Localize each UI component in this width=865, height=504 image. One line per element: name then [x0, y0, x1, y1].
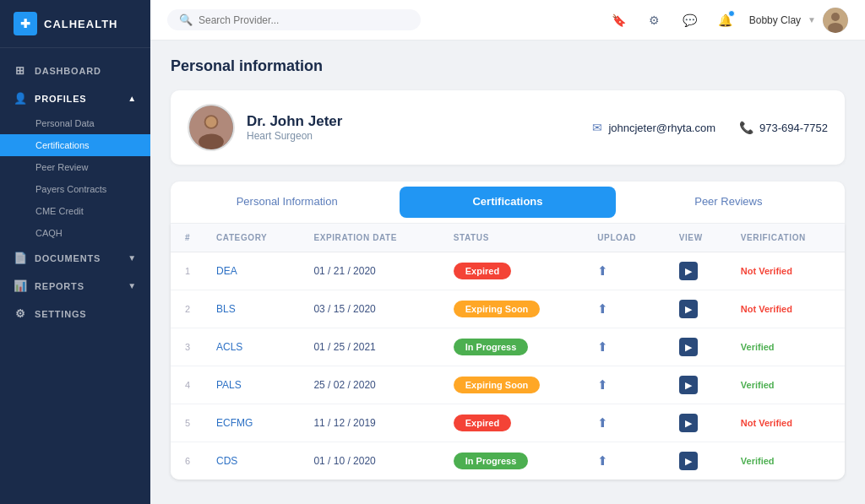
table-header: # CATEGORY EXPIRATION DATE STATUS UPLOAD… [171, 224, 845, 252]
sidebar-item-documents[interactable]: 📄 Documents ▼ [0, 244, 150, 272]
sidebar-item-personal-data[interactable]: Personal Data [0, 112, 150, 134]
table-row: 6 CDS 01 / 10 / 2020 In Progress ⬆ ▶ Ver… [171, 442, 845, 480]
cell-view[interactable]: ▶ [667, 442, 729, 480]
upload-icon[interactable]: ⬆ [597, 415, 608, 431]
upload-icon[interactable]: ⬆ [597, 377, 608, 393]
upload-icon[interactable]: ⬆ [597, 301, 608, 317]
cell-upload[interactable]: ⬆ [585, 290, 666, 328]
app-logo: ✚ CALHEALTH [0, 0, 150, 48]
cell-verification: Verified [729, 366, 845, 404]
cell-category: ECFMG [204, 404, 302, 442]
col-expiration: EXPIRATION DATE [302, 224, 441, 252]
upload-icon[interactable]: ⬆ [597, 453, 608, 469]
chat-icon[interactable]: 💬 [678, 8, 702, 32]
app-name: CALHEALTH [44, 18, 117, 30]
view-button[interactable]: ▶ [679, 338, 698, 356]
gear-icon[interactable]: ⚙ [643, 8, 666, 32]
search-icon: 🔍 [179, 14, 193, 26]
profile-card: Dr. John Jeter Heart Surgeon ✉ johncjete… [171, 90, 845, 165]
sidebar-item-reports-label: Reports [35, 281, 84, 291]
cell-verification: Not Verified [729, 252, 845, 290]
upload-icon[interactable]: ⬆ [597, 339, 608, 355]
sidebar-item-settings-label: Settings [35, 309, 86, 319]
profile-title: Heart Surgeon [247, 130, 342, 142]
col-num: # [171, 224, 204, 252]
documents-icon: 📄 [14, 252, 27, 264]
bookmark-icon[interactable]: 🔖 [607, 8, 631, 32]
sidebar-item-reports[interactable]: 📊 Reports ▼ [0, 272, 150, 300]
cell-upload[interactable]: ⬆ [585, 252, 666, 290]
view-button[interactable]: ▶ [679, 452, 698, 470]
sidebar-item-peer-review[interactable]: Peer Review [0, 156, 150, 178]
content-area: Personal information Dr. John Jeter Hear… [150, 41, 865, 504]
verification-status: Verified [741, 456, 775, 466]
table-row: 5 ECFMG 11 / 12 / 2019 Expired ⬆ ▶ Not V… [171, 404, 845, 442]
sidebar-item-payers-contracts[interactable]: Payers Contracts [0, 178, 150, 200]
sidebar-item-dashboard-label: Dashboard [35, 66, 101, 76]
cell-upload[interactable]: ⬆ [585, 404, 666, 442]
user-name: Bobby Clay [749, 14, 801, 26]
sidebar-item-dashboard[interactable]: ⊞ Dashboard [0, 57, 150, 84]
cell-view[interactable]: ▶ [667, 290, 729, 328]
svg-point-2 [828, 23, 843, 33]
profile-contact: ✉ johncjeter@rhyta.com 📞 973-694-7752 [592, 121, 828, 134]
cell-status: Expired [442, 404, 586, 442]
cell-verification: Not Verified [729, 404, 845, 442]
profile-phone: 📞 973-694-7752 [739, 121, 828, 134]
verification-status: Not Verified [741, 304, 792, 314]
sidebar-item-caqh[interactable]: CAQH [0, 222, 150, 244]
cell-status: Expiring Soon [442, 366, 586, 404]
cell-upload[interactable]: ⬆ [585, 328, 666, 366]
main-area: 🔍 🔖 ⚙ 💬 🔔 Bobby Clay ▼ [150, 0, 865, 504]
certifications-table: # CATEGORY EXPIRATION DATE STATUS UPLOAD… [171, 224, 845, 480]
sidebar-item-settings[interactable]: ⚙ Settings [0, 300, 150, 328]
phone-icon: 📞 [739, 121, 753, 134]
cell-category: PALS [204, 366, 302, 404]
tab-certifications[interactable]: Certifications [400, 187, 615, 218]
cell-category: CDS [204, 442, 302, 480]
tab-peer-reviews[interactable]: Peer Reviews [621, 183, 836, 221]
cell-upload[interactable]: ⬆ [585, 366, 666, 404]
sidebar-item-profiles-label: Profiles [35, 94, 86, 104]
view-button[interactable]: ▶ [679, 414, 698, 432]
status-badge: Expired [454, 415, 511, 431]
documents-arrow-icon: ▼ [128, 253, 137, 263]
sidebar-item-cme-credit[interactable]: CME Credit [0, 200, 150, 222]
cell-status: Expired [442, 252, 586, 290]
search-input[interactable] [199, 14, 409, 26]
profile-phone-value: 973-694-7752 [759, 122, 828, 134]
view-button[interactable]: ▶ [679, 376, 698, 394]
sidebar-item-certifications[interactable]: Certifications [0, 134, 150, 156]
svg-point-6 [206, 117, 217, 127]
profiles-subnav: Personal Data Certifications Peer Review… [0, 112, 150, 244]
col-verification: VERIFICATION [729, 224, 845, 252]
cell-view[interactable]: ▶ [667, 366, 729, 404]
tab-personal-info[interactable]: Personal Information [179, 183, 394, 221]
user-info[interactable]: Bobby Clay ▼ [749, 8, 848, 33]
view-button[interactable]: ▶ [679, 300, 698, 318]
tabs-bar: Personal Information Certifications Peer… [171, 182, 845, 224]
profile-avatar [188, 104, 235, 151]
profile-left: Dr. John Jeter Heart Surgeon [188, 104, 342, 151]
sidebar-nav: ⊞ Dashboard 👤 Profiles ▲ Personal Data C… [0, 48, 150, 336]
profiles-arrow-icon: ▲ [128, 94, 137, 103]
table-row: 2 BLS 03 / 15 / 2020 Expiring Soon ⬆ ▶ N… [171, 290, 845, 328]
status-badge: In Progress [454, 453, 529, 469]
view-button[interactable]: ▶ [679, 262, 698, 280]
upload-icon[interactable]: ⬆ [597, 263, 608, 279]
cell-view[interactable]: ▶ [667, 252, 729, 290]
cell-expiration: 11 / 12 / 2019 [302, 404, 441, 442]
cell-expiration: 25 / 02 / 2020 [302, 366, 441, 404]
reports-icon: 📊 [14, 279, 27, 292]
table-body: 1 DEA 01 / 21 / 2020 Expired ⬆ ▶ Not Ver… [171, 252, 845, 480]
table-row: 3 ACLS 01 / 25 / 2021 In Progress ⬆ ▶ Ve… [171, 328, 845, 366]
sidebar: ✚ CALHEALTH ⊞ Dashboard 👤 Profiles ▲ Per… [0, 0, 150, 504]
cell-upload[interactable]: ⬆ [585, 442, 666, 480]
verification-status: Not Verified [741, 266, 792, 276]
sidebar-item-profiles[interactable]: 👤 Profiles ▲ [0, 84, 150, 112]
table-row: 1 DEA 01 / 21 / 2020 Expired ⬆ ▶ Not Ver… [171, 252, 845, 290]
notification-icon[interactable]: 🔔 [714, 8, 737, 32]
cell-expiration: 03 / 15 / 2020 [302, 290, 441, 328]
cell-view[interactable]: ▶ [667, 404, 729, 442]
cell-view[interactable]: ▶ [667, 328, 729, 366]
